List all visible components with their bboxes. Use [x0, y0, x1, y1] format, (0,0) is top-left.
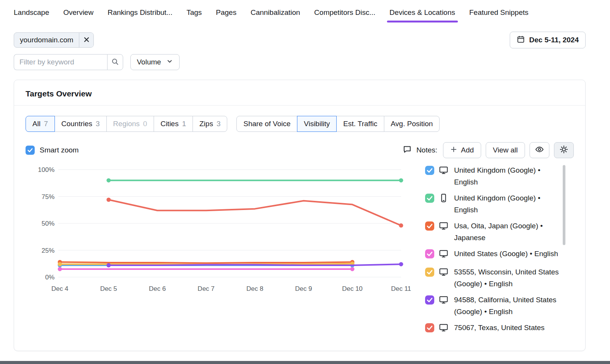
date-range-label: Dec 5-11, 2024	[529, 36, 579, 44]
y-axis-label: 50%	[42, 220, 55, 227]
nav-tab-tags[interactable]: Tags	[186, 8, 202, 22]
notes-label: Notes:	[416, 146, 437, 154]
nav-tab-label: Cannibalization	[250, 8, 300, 16]
eye-icon	[535, 145, 544, 156]
nav-tab-rankings-distribut[interactable]: Rankings Distribut...	[108, 8, 172, 22]
x-axis-label: Dec 4	[51, 285, 68, 292]
legend-item: United Kingdom (Google) • English	[425, 164, 565, 188]
series-line-2	[60, 262, 352, 263]
smart-zoom-checkbox[interactable]	[26, 146, 35, 155]
scope-tab-count: 3	[217, 120, 221, 128]
legend-item: United States (Google) • English	[425, 248, 565, 262]
series-endpoint-dot	[399, 223, 403, 228]
domain-filter-chip: yourdomain.com	[14, 32, 94, 48]
smart-zoom-label: Smart zoom	[40, 146, 79, 154]
visibility-chart: 0%25%50%75%100%Dec 4Dec 5Dec 6Dec 7Dec 8…	[26, 164, 418, 296]
legend-label: 75067, Texas, United States	[454, 322, 565, 334]
desktop-icon	[438, 295, 450, 308]
scope-tab-all[interactable]: All7	[26, 116, 55, 132]
metric-tab-visibility[interactable]: Visibility	[297, 116, 337, 132]
notes-view-all-button[interactable]: View all	[486, 142, 525, 158]
scope-tab-label: Cities	[161, 120, 179, 128]
scope-tabs: All7Countries3Regions0Cities1Zips3	[26, 116, 227, 132]
volume-dropdown[interactable]: Volume	[130, 54, 180, 70]
metric-tab-label: Est. Traffic	[343, 120, 377, 128]
card-title: Targets Overview	[26, 89, 574, 98]
chart-settings-button[interactable]	[554, 142, 574, 158]
gear-icon	[559, 145, 568, 156]
series-endpoint-dot	[58, 267, 62, 271]
series-endpoint-dot	[106, 178, 111, 183]
desktop-icon	[438, 323, 450, 336]
targets-overview-card: Targets Overview All7Countries3Regions0C…	[14, 80, 586, 351]
x-axis-label: Dec 10	[342, 285, 363, 292]
nav-tab-devices-locations[interactable]: Devices & Locations	[390, 8, 455, 22]
metric-tabs: Share of VoiceVisibilityEst. TrafficAvg.…	[236, 116, 440, 132]
date-range-picker[interactable]: Dec 5-11, 2024	[510, 32, 586, 48]
nav-tab-label: Overview	[63, 8, 93, 16]
nav-tab-cannibalization[interactable]: Cannibalization	[250, 8, 300, 22]
x-axis-label: Dec 5	[100, 285, 117, 292]
metric-tab-avg-position[interactable]: Avg. Position	[384, 116, 440, 132]
x-axis-label: Dec 7	[197, 285, 214, 292]
desktop-icon	[438, 267, 450, 280]
smart-zoom-toggle[interactable]: Smart zoom	[26, 146, 79, 155]
desktop-icon	[438, 249, 450, 262]
plus-icon	[450, 146, 457, 155]
search-button[interactable]	[107, 54, 123, 70]
scope-tab-count: 0	[143, 120, 147, 128]
series-line-6	[109, 200, 401, 226]
legend-checkbox[interactable]	[425, 295, 434, 305]
x-axis-label: Dec 8	[246, 285, 263, 292]
close-icon	[83, 37, 90, 44]
series-endpoint-dot	[399, 178, 403, 183]
legend-checkbox[interactable]	[425, 221, 434, 231]
nav-tab-pages[interactable]: Pages	[216, 8, 236, 22]
legend-item: United Kingdom (Google) • English	[425, 192, 565, 216]
remove-domain-button[interactable]	[79, 33, 93, 47]
legend-label: Usa, Oita, Japan (Google) • Japanese	[454, 220, 565, 244]
legend-scrollbar[interactable]	[563, 165, 565, 245]
legend-checkbox[interactable]	[425, 194, 434, 203]
scope-tab-label: Countries	[61, 120, 92, 128]
nav-tab-label: Pages	[216, 8, 236, 16]
scope-tab-count: 7	[44, 120, 48, 128]
top-nav: LandscapeOverviewRankings Distribut...Ta…	[0, 0, 610, 22]
active-tab-underline	[387, 21, 458, 22]
legend-checkbox[interactable]	[425, 249, 434, 258]
nav-tab-label: Rankings Distribut...	[108, 8, 172, 16]
notes-visibility-button[interactable]	[530, 142, 549, 158]
metric-tab-label: Avg. Position	[391, 120, 433, 128]
x-axis-label: Dec 9	[295, 285, 312, 292]
add-label: Add	[461, 146, 474, 154]
notes-add-button[interactable]: Add	[443, 142, 481, 158]
chart-legend: United Kingdom (Google) • EnglishUnited …	[425, 164, 565, 340]
legend-label: United States (Google) • English	[454, 248, 565, 260]
nav-tab-overview[interactable]: Overview	[63, 8, 93, 22]
nav-tab-landscape[interactable]: Landscape	[14, 8, 49, 22]
scope-tab-label: Regions	[113, 120, 140, 128]
series-endpoint-dot	[58, 262, 62, 266]
metric-tab-est-traffic[interactable]: Est. Traffic	[336, 116, 384, 132]
legend-checkbox[interactable]	[425, 268, 434, 277]
domain-chip-label: yourdomain.com	[14, 33, 79, 47]
metric-tab-label: Share of Voice	[243, 120, 291, 128]
legend-checkbox[interactable]	[425, 166, 434, 175]
nav-tab-competitors-disc[interactable]: Competitors Disc...	[314, 8, 375, 22]
scope-tab-cities[interactable]: Cities1	[154, 116, 193, 132]
legend-checkbox[interactable]	[425, 323, 434, 332]
nav-tab-label: Featured Snippets	[469, 8, 528, 16]
y-axis-label: 75%	[42, 193, 55, 200]
nav-tab-label: Competitors Disc...	[314, 8, 375, 16]
chevron-down-icon	[166, 58, 173, 67]
nav-tab-featured-snippets[interactable]: Featured Snippets	[469, 8, 528, 22]
scope-tab-zips[interactable]: Zips3	[193, 116, 227, 132]
metric-tab-share-of-voice[interactable]: Share of Voice	[236, 116, 297, 132]
bottom-bar	[0, 361, 610, 364]
keyword-filter-input[interactable]	[14, 54, 107, 70]
legend-item: 94588, California, United States (Google…	[425, 294, 565, 317]
scope-tab-count: 1	[182, 120, 186, 128]
scope-tab-regions[interactable]: Regions0	[106, 116, 154, 132]
series-endpoint-dot	[106, 263, 111, 268]
scope-tab-countries[interactable]: Countries3	[55, 116, 107, 132]
